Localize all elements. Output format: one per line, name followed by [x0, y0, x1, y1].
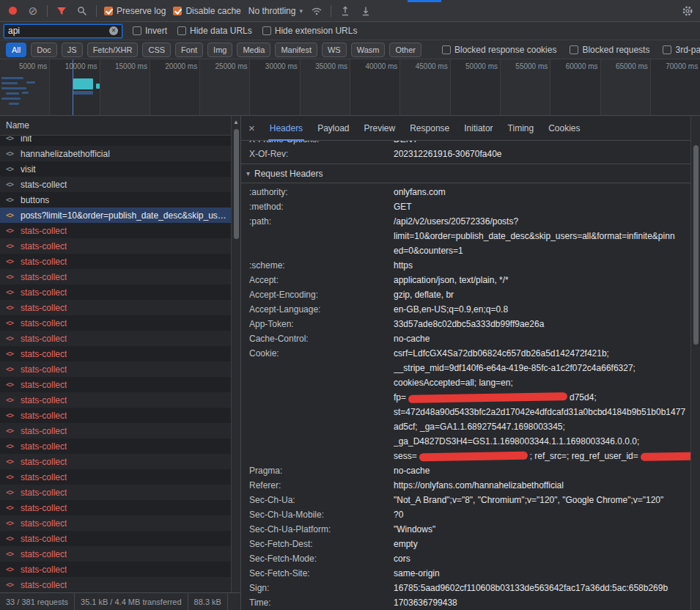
- tab-initiator[interactable]: Initiator: [463, 116, 494, 141]
- request-row[interactable]: <>stats-collect: [0, 300, 231, 315]
- clear-filter-icon[interactable]: ×: [109, 26, 118, 35]
- request-row[interactable]: <>stats-collect: [0, 377, 231, 392]
- filter-pill-fetch-xhr[interactable]: Fetch/XHR: [87, 43, 139, 57]
- timeline-overview[interactable]: 5000 ms10000 ms15000 ms20000 ms25000 ms3…: [0, 59, 700, 116]
- overview-column: 30000 ms: [250, 59, 300, 115]
- header-name: Accept-Language:: [249, 302, 394, 317]
- request-list-scrollbar[interactable]: ▲: [231, 116, 240, 592]
- preserve-log-checkbox[interactable]: Preserve log: [104, 6, 166, 16]
- filter-pill-wasm[interactable]: Wasm: [351, 43, 386, 57]
- details-scrollbar[interactable]: [690, 116, 700, 610]
- hide-extension-urls-checkbox[interactable]: Hide extension URLs: [262, 26, 358, 36]
- request-row[interactable]: <>buttons: [0, 192, 231, 207]
- export-har-button[interactable]: [359, 4, 372, 18]
- request-row[interactable]: <>stats-collect: [0, 546, 231, 562]
- request-row[interactable]: <>posts?limit=10&order=publish_date_desc…: [0, 207, 231, 223]
- file-icon: <>: [6, 165, 16, 173]
- header-value: "Not_A Brand";v="8", "Chromium";v="120",…: [394, 493, 690, 507]
- hide-data-urls-checkbox[interactable]: Hide data URLs: [177, 26, 252, 36]
- file-icon: <>: [6, 519, 16, 527]
- blocked-requests-checkbox[interactable]: Blocked requests: [570, 45, 649, 55]
- file-icon: <>: [6, 457, 16, 466]
- tab-timing[interactable]: Timing: [506, 116, 536, 141]
- file-icon: <>: [6, 411, 16, 419]
- overview-column: 60000 ms: [550, 59, 600, 115]
- request-row[interactable]: <>visit: [0, 161, 231, 177]
- tab-response[interactable]: Response: [408, 116, 451, 141]
- clear-button[interactable]: ⊘: [26, 4, 40, 18]
- request-row[interactable]: <>stats-collect: [0, 284, 231, 300]
- tab-headers[interactable]: Headers: [268, 116, 304, 141]
- record-button[interactable]: [6, 4, 19, 18]
- request-row[interactable]: <>stats-collect: [0, 423, 231, 438]
- request-row[interactable]: <>stats-collect: [0, 515, 231, 531]
- filter-pill-doc[interactable]: Doc: [31, 43, 57, 57]
- request-row[interactable]: <>stats-collect: [0, 223, 231, 238]
- request-row[interactable]: <>stats-collect: [0, 269, 231, 284]
- request-row[interactable]: <>stats-collect: [0, 408, 231, 423]
- filter-toggle-button[interactable]: [55, 4, 68, 18]
- redaction-mark: [408, 392, 567, 403]
- scrollbar-thumb[interactable]: [234, 129, 239, 239]
- invert-checkbox[interactable]: Invert: [133, 26, 167, 36]
- request-row[interactable]: <>stats-collect: [0, 346, 231, 361]
- header-name: :scheme:: [249, 258, 394, 273]
- tab-cookies[interactable]: Cookies: [547, 116, 581, 141]
- request-row[interactable]: <>stats-collect: [0, 531, 231, 546]
- request-row[interactable]: <>stats-collect: [0, 238, 231, 254]
- request-row[interactable]: <>stats-collect: [0, 454, 231, 469]
- filter-pill-all[interactable]: All: [6, 43, 26, 57]
- detail-tabs-bar: × HeadersPayloadPreviewResponseInitiator…: [241, 116, 700, 141]
- request-row[interactable]: <>stats-collect: [0, 315, 231, 331]
- 3rd-party-requests-checkbox[interactable]: 3rd-party requests: [663, 45, 700, 55]
- request-row[interactable]: <>stats-collect: [0, 562, 231, 577]
- import-har-button[interactable]: [339, 4, 352, 18]
- filter-pill-manifest[interactable]: Manifest: [275, 43, 317, 57]
- filter-pill-ws[interactable]: WS: [322, 43, 347, 57]
- filter-pill-img[interactable]: Img: [207, 43, 232, 57]
- disable-cache-checkbox[interactable]: Disable cache: [173, 6, 240, 16]
- request-row[interactable]: <>init: [0, 136, 231, 146]
- network-conditions-button[interactable]: [310, 4, 323, 18]
- request-row[interactable]: <>stats-collect: [0, 500, 231, 515]
- request-headers-section-toggle[interactable]: ▾ Request Headers: [241, 163, 690, 183]
- filter-input[interactable]: api ×: [4, 24, 122, 38]
- request-row[interactable]: <>stats-collect: [0, 254, 231, 269]
- detail-tabs: HeadersPayloadPreviewResponseInitiatorTi…: [268, 116, 582, 140]
- time-label: 40000 ms: [365, 62, 397, 70]
- close-icon[interactable]: ×: [248, 122, 255, 134]
- tab-payload[interactable]: Payload: [316, 116, 350, 141]
- scrollbar-thumb[interactable]: [693, 145, 699, 345]
- request-row[interactable]: <>stats-collect: [0, 577, 231, 592]
- toolbar-divider: [331, 5, 331, 17]
- request-row[interactable]: <>stats-collect: [0, 469, 231, 485]
- blocked-response-cookies-checkbox[interactable]: Blocked response cookies: [442, 45, 556, 55]
- filter-pill-css[interactable]: CSS: [142, 43, 171, 57]
- tab-preview[interactable]: Preview: [363, 116, 397, 141]
- request-row[interactable]: <>hannahelizabethofficial: [0, 146, 231, 161]
- throttling-dropdown[interactable]: No throttling ▾: [248, 6, 303, 16]
- settings-button[interactable]: [681, 4, 694, 18]
- filter-toolbar: api × Invert Hide data URLs Hide extensi…: [0, 22, 700, 40]
- request-name: hannahelizabethofficial: [21, 149, 110, 159]
- request-row[interactable]: <>stats-collect: [0, 392, 231, 408]
- header-value: no-cache: [394, 331, 690, 346]
- request-row[interactable]: <>stats-collect: [0, 485, 231, 500]
- filter-pill-media[interactable]: Media: [237, 43, 270, 57]
- request-row[interactable]: <>stats-collect: [0, 438, 231, 454]
- scroll-up-icon[interactable]: ▲: [233, 116, 239, 125]
- request-name: stats-collect: [21, 272, 67, 282]
- checkbox-label: Blocked response cookies: [454, 45, 556, 55]
- filter-pill-js[interactable]: JS: [62, 43, 83, 57]
- network-main-area: Name <>init<>hannahelizabethofficial<>vi…: [0, 116, 700, 610]
- filter-pill-other[interactable]: Other: [389, 43, 421, 57]
- search-button[interactable]: [75, 4, 89, 18]
- request-row[interactable]: <>stats-collect: [0, 331, 231, 346]
- request-details-panel: × HeadersPayloadPreviewResponseInitiator…: [241, 116, 700, 610]
- request-row[interactable]: <>stats-collect: [0, 361, 231, 377]
- request-row[interactable]: <>stats-collect: [0, 177, 231, 192]
- filter-pill-font[interactable]: Font: [175, 43, 203, 57]
- header-name: X-Of-Rev:: [249, 147, 394, 161]
- name-column-header[interactable]: Name: [0, 116, 240, 136]
- time-label: 45000 ms: [416, 62, 448, 70]
